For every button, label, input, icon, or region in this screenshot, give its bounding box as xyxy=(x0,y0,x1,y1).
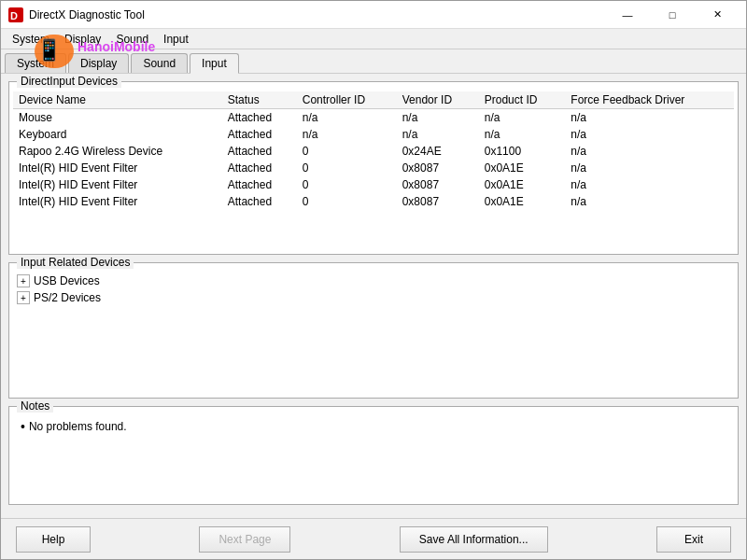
notes-text: No problems found. xyxy=(29,420,127,433)
next-page-button[interactable]: Next Page xyxy=(199,526,290,553)
directinput-label: DirectInput Devices xyxy=(17,75,121,88)
content-area: DirectInput Devices Device Name Status C… xyxy=(1,74,746,518)
col-device-name: Device Name xyxy=(13,91,222,109)
directx-icon: D xyxy=(8,7,23,22)
col-vendor-id: Vendor ID xyxy=(397,91,479,109)
title-bar: D DirectX Diagnostic Tool — □ ✕ xyxy=(1,1,746,29)
table-row[interactable]: Intel(R) HID Event FilterAttached00x8087… xyxy=(13,193,734,210)
col-product-id: Product ID xyxy=(479,91,566,109)
main-window: D DirectX Diagnostic Tool — □ ✕ 📱 HanoiM… xyxy=(0,0,747,560)
footer: Help Next Page Save All Information... E… xyxy=(1,518,746,559)
window-controls: — □ ✕ xyxy=(606,4,739,26)
directinput-table-container[interactable]: Device Name Status Controller ID Vendor … xyxy=(13,91,734,250)
notes-item-1: • No problems found. xyxy=(21,420,726,433)
ps2-label: PS/2 Devices xyxy=(34,291,101,304)
input-related-group: Input Related Devices + USB Devices + PS… xyxy=(8,262,739,399)
notes-label: Notes xyxy=(17,399,53,413)
save-all-button[interactable]: Save All Information... xyxy=(400,526,548,553)
table-row[interactable]: KeyboardAttachedn/an/an/an/a xyxy=(13,126,734,143)
usb-label: USB Devices xyxy=(34,274,100,287)
tabs-bar: System Display Sound Input xyxy=(1,49,746,74)
input-related-label: Input Related Devices xyxy=(17,256,134,269)
menu-input[interactable]: Input xyxy=(156,31,196,48)
window-title: DirectX Diagnostic Tool xyxy=(29,8,606,21)
menu-bar: System Display Sound Input xyxy=(1,29,746,49)
table-row[interactable]: Intel(R) HID Event FilterAttached00x8087… xyxy=(13,160,734,176)
col-ffdriver: Force Feedback Driver xyxy=(565,91,734,109)
directinput-group: DirectInput Devices Device Name Status C… xyxy=(8,81,739,255)
notes-content: • No problems found. xyxy=(13,416,734,500)
minimize-button[interactable]: — xyxy=(606,4,649,26)
expand-usb-icon[interactable]: + xyxy=(17,274,30,287)
tab-sound[interactable]: Sound xyxy=(131,53,188,73)
tree-ps2-devices[interactable]: + PS/2 Devices xyxy=(13,289,734,306)
input-related-tree[interactable]: + USB Devices + PS/2 Devices xyxy=(13,273,734,394)
help-button[interactable]: Help xyxy=(16,526,91,553)
tab-input[interactable]: Input xyxy=(190,53,239,74)
notes-group: Notes • No problems found. xyxy=(8,406,739,505)
expand-ps2-icon[interactable]: + xyxy=(17,291,30,304)
col-status: Status xyxy=(222,91,297,109)
table-row[interactable]: Rapoo 2.4G Wireless DeviceAttached00x24A… xyxy=(13,143,734,160)
bullet-icon: • xyxy=(21,420,25,433)
menu-sound[interactable]: Sound xyxy=(108,31,156,48)
directinput-table: Device Name Status Controller ID Vendor … xyxy=(13,91,734,210)
tab-display[interactable]: Display xyxy=(68,53,129,73)
close-button[interactable]: ✕ xyxy=(696,4,739,26)
svg-text:D: D xyxy=(10,10,18,21)
table-row[interactable]: Intel(R) HID Event FilterAttached00x8087… xyxy=(13,176,734,193)
table-row[interactable]: MouseAttachedn/an/an/an/a xyxy=(13,109,734,127)
menu-system[interactable]: System xyxy=(5,31,57,48)
col-controller-id: Controller ID xyxy=(297,91,397,109)
tree-usb-devices[interactable]: + USB Devices xyxy=(13,273,734,289)
maximize-button[interactable]: □ xyxy=(651,4,694,26)
menu-display[interactable]: Display xyxy=(57,31,108,48)
exit-button[interactable]: Exit xyxy=(656,526,731,553)
tab-system[interactable]: System xyxy=(5,53,66,73)
